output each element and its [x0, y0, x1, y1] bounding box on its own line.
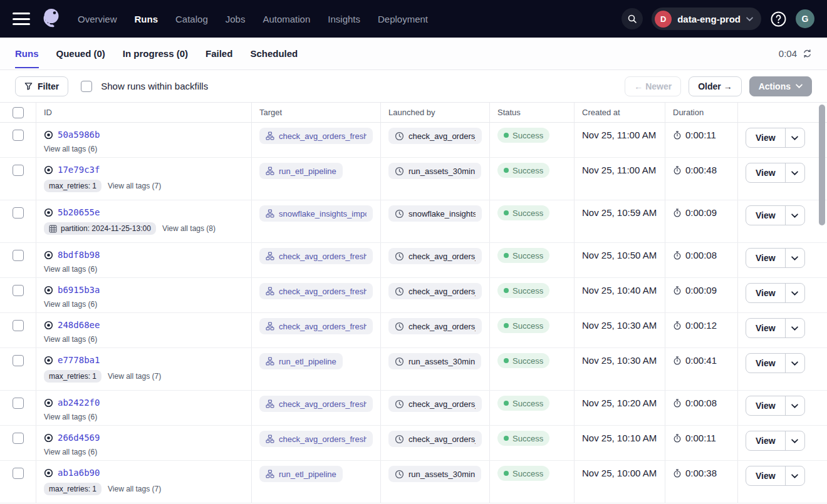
view-all-tags-link[interactable]: View all tags (6): [44, 300, 97, 309]
launched-by-pill[interactable]: run_assets_30min: [388, 466, 481, 482]
launched-by-pill[interactable]: snowflake_insights_…: [388, 205, 482, 222]
row-checkbox[interactable]: [13, 207, 24, 219]
view-dropdown-button[interactable]: [786, 354, 804, 373]
filter-button[interactable]: Filter: [15, 76, 68, 96]
status-badge[interactable]: Success: [497, 466, 549, 481]
status-badge[interactable]: Success: [497, 318, 549, 333]
target-pill[interactable]: snowflake_insights_import: [259, 205, 373, 222]
run-id-link[interactable]: e7778ba1: [58, 355, 100, 365]
status-badge[interactable]: Success: [497, 431, 549, 446]
view-dropdown-button[interactable]: [786, 466, 804, 485]
run-id-link[interactable]: 266d4569: [58, 433, 100, 443]
run-tag-pill[interactable]: partition: 2024-11-25-13:00: [44, 222, 156, 235]
search-icon[interactable]: [622, 8, 643, 29]
launched-by-pill[interactable]: check_avg_orders_f…: [388, 431, 482, 447]
select-all-checkbox[interactable]: [13, 107, 24, 118]
run-id-link[interactable]: ab1a6b90: [58, 468, 100, 478]
view-button[interactable]: View: [746, 319, 786, 337]
view-dropdown-button[interactable]: [786, 249, 804, 267]
view-all-tags-link[interactable]: View all tags (6): [44, 413, 97, 421]
view-button[interactable]: View: [746, 396, 786, 415]
help-icon[interactable]: [770, 11, 787, 28]
row-checkbox[interactable]: [13, 433, 24, 444]
tab-queued-0[interactable]: Queued (0): [56, 38, 105, 69]
view-all-tags-link[interactable]: View all tags (6): [44, 145, 97, 153]
view-button[interactable]: View: [746, 354, 786, 373]
launched-by-pill[interactable]: check_avg_orders_f…: [388, 248, 482, 264]
view-all-tags-link[interactable]: View all tags (7): [108, 182, 161, 190]
launched-by-pill[interactable]: run_assets_30min: [388, 353, 481, 369]
older-button[interactable]: Older →: [689, 76, 741, 96]
view-all-tags-link[interactable]: View all tags (7): [108, 485, 161, 493]
row-checkbox[interactable]: [13, 320, 24, 331]
refresh-icon[interactable]: [803, 49, 812, 58]
row-checkbox[interactable]: [13, 285, 24, 296]
topnav-link-runs[interactable]: Runs: [135, 14, 159, 24]
view-dropdown-button[interactable]: [786, 206, 804, 225]
topnav-link-catalog[interactable]: Catalog: [175, 14, 208, 24]
row-checkbox[interactable]: [13, 468, 24, 479]
tab-in-progress-0[interactable]: In progress (0): [123, 38, 188, 69]
view-all-tags-link[interactable]: View all tags (6): [44, 335, 97, 344]
status-badge[interactable]: Success: [497, 163, 549, 178]
run-tag-pill[interactable]: max_retries: 1: [44, 180, 101, 192]
view-button[interactable]: View: [746, 163, 786, 182]
target-pill[interactable]: run_etl_pipeline: [259, 163, 343, 179]
dagster-logo-icon[interactable]: [40, 6, 64, 31]
view-all-tags-link[interactable]: View all tags (8): [162, 224, 216, 233]
status-badge[interactable]: Success: [497, 396, 549, 411]
user-avatar[interactable]: G: [796, 9, 814, 28]
view-button[interactable]: View: [746, 431, 786, 450]
show-backfills-checkbox[interactable]: [81, 81, 92, 92]
run-id-link[interactable]: ab2422f0: [58, 398, 100, 408]
view-dropdown-button[interactable]: [786, 396, 804, 415]
status-badge[interactable]: Success: [497, 128, 549, 143]
status-badge[interactable]: Success: [497, 283, 549, 298]
vertical-scrollbar[interactable]: [819, 105, 825, 225]
status-badge[interactable]: Success: [497, 205, 549, 220]
target-pill[interactable]: check_avg_orders_freshne: [259, 128, 373, 144]
topnav-link-jobs[interactable]: Jobs: [226, 14, 246, 24]
target-pill[interactable]: run_etl_pipeline: [259, 466, 343, 482]
tab-runs[interactable]: Runs: [15, 38, 39, 69]
launched-by-pill[interactable]: run_assets_30min: [388, 163, 481, 179]
newer-button[interactable]: ← Newer: [625, 76, 681, 96]
run-tag-pill[interactable]: max_retries: 1: [44, 370, 101, 383]
deployment-switcher[interactable]: D data-eng-prod: [652, 8, 761, 30]
actions-button[interactable]: Actions: [749, 76, 812, 96]
view-dropdown-button[interactable]: [786, 319, 804, 337]
run-id-link[interactable]: 8bdf8b98: [58, 250, 100, 260]
view-all-tags-link[interactable]: View all tags (7): [108, 372, 161, 381]
run-id-link[interactable]: b6915b3a: [58, 285, 100, 295]
tab-failed[interactable]: Failed: [205, 38, 232, 69]
row-checkbox[interactable]: [13, 398, 24, 409]
tab-scheduled[interactable]: Scheduled: [250, 38, 298, 69]
target-pill[interactable]: run_etl_pipeline: [259, 353, 343, 369]
target-pill[interactable]: check_avg_orders_freshne: [259, 318, 373, 334]
row-checkbox[interactable]: [13, 165, 24, 176]
run-tag-pill[interactable]: max_retries: 1: [44, 483, 101, 495]
view-dropdown-button[interactable]: [786, 431, 804, 450]
view-all-tags-link[interactable]: View all tags (6): [44, 448, 97, 456]
launched-by-pill[interactable]: check_avg_orders_f…: [388, 318, 482, 334]
view-dropdown-button[interactable]: [786, 128, 804, 147]
topnav-link-deployment[interactable]: Deployment: [378, 14, 428, 24]
topnav-link-automation[interactable]: Automation: [263, 14, 310, 24]
target-pill[interactable]: check_avg_orders_freshne: [259, 283, 373, 299]
hamburger-menu-icon[interactable]: [13, 13, 30, 25]
row-checkbox[interactable]: [13, 250, 24, 261]
view-button[interactable]: View: [746, 466, 786, 485]
run-id-link[interactable]: 248d68ee: [58, 320, 100, 330]
launched-by-pill[interactable]: check_avg_orders_f…: [388, 283, 482, 299]
topnav-link-insights[interactable]: Insights: [328, 14, 360, 24]
status-badge[interactable]: Success: [497, 248, 549, 263]
view-button[interactable]: View: [746, 249, 786, 267]
row-checkbox[interactable]: [13, 355, 24, 366]
target-pill[interactable]: check_avg_orders_freshne: [259, 396, 373, 412]
run-id-link[interactable]: 50a5986b: [58, 130, 100, 140]
view-dropdown-button[interactable]: [786, 284, 804, 302]
launched-by-pill[interactable]: check_avg_orders_f…: [388, 128, 482, 144]
target-pill[interactable]: check_avg_orders_freshne: [259, 431, 373, 447]
view-dropdown-button[interactable]: [786, 163, 804, 182]
view-all-tags-link[interactable]: View all tags (6): [44, 265, 97, 274]
